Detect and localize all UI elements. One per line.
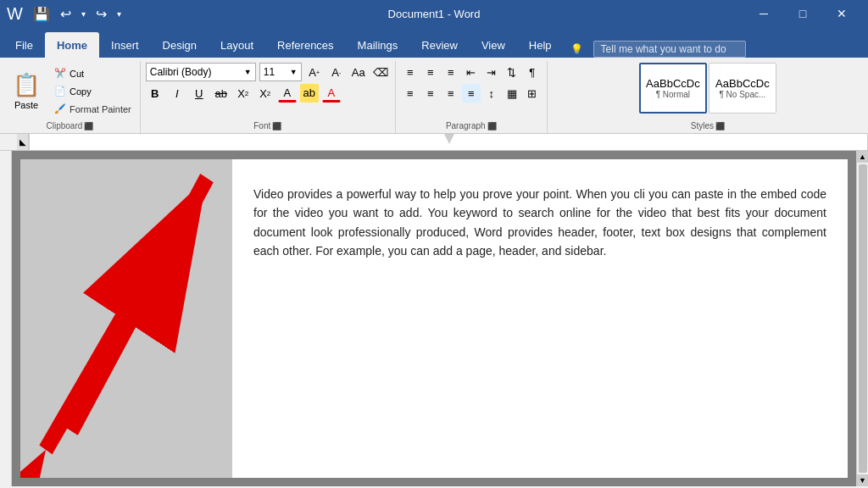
gray-panel <box>20 159 232 478</box>
styles-expander[interactable]: ⬛ <box>715 122 725 130</box>
ruler-indent-left[interactable] <box>444 134 454 144</box>
numbering-button[interactable]: ≡ <box>421 63 440 81</box>
maximize-button[interactable]: □ <box>783 0 822 27</box>
font-row-1: Calibri (Body) ▼ 11 ▼ A+ A- Aa ⌫ <box>146 63 390 81</box>
clear-formatting-button[interactable]: ⌫ <box>371 63 390 81</box>
align-center-button[interactable]: ≡ <box>421 84 440 103</box>
format-painter-button[interactable]: 🖌️ Format Painter <box>51 102 135 116</box>
font-expander[interactable]: ⬛ <box>272 122 281 130</box>
tell-me-label: Tell me what you want to do <box>601 43 726 55</box>
clipboard-actions: ✂️ Cut 📄 Copy 🖌️ Format Painter <box>51 63 135 119</box>
italic-button[interactable]: I <box>168 84 186 103</box>
shading-button[interactable]: ▦ <box>503 84 521 103</box>
tab-mailings[interactable]: Mailings <box>346 32 410 58</box>
save-button[interactable]: 💾 <box>30 4 53 24</box>
style-normal[interactable]: AaBbCcDc ¶ Normal <box>639 63 707 114</box>
copy-icon: 📄 <box>54 86 66 97</box>
scroll-thumb[interactable] <box>859 164 867 473</box>
decrease-indent-button[interactable]: ⇤ <box>462 63 481 81</box>
scroll-up-button[interactable]: ▲ <box>857 151 869 163</box>
line-spacing-button[interactable]: ↕ <box>482 84 501 103</box>
clipboard-group: 📋 Paste ✂️ Cut 📄 Copy 🖌️ Format Painter <box>0 61 141 133</box>
tab-view[interactable]: View <box>470 32 517 58</box>
font-size-value: 11 <box>264 66 275 78</box>
tab-file[interactable]: File <box>3 32 45 58</box>
highlight-button[interactable]: ab <box>300 84 319 103</box>
font-size-selector[interactable]: 11 ▼ <box>259 63 302 81</box>
doc-page-area: Video provides a powerful way to help yo… <box>12 151 856 486</box>
cut-button[interactable]: ✂️ Cut <box>51 66 135 80</box>
sort-button[interactable]: ⇅ <box>503 63 521 81</box>
paste-button[interactable]: 📋 Paste <box>5 63 47 119</box>
close-button[interactable]: ✕ <box>822 0 861 27</box>
tab-home[interactable]: Home <box>45 32 99 58</box>
tab-layout[interactable]: Layout <box>209 32 265 58</box>
paragraph-row-2: ≡ ≡ ≡ ≡ ↕ ▦ ⊞ <box>401 84 542 103</box>
cut-label: Cut <box>70 69 84 79</box>
redo-button[interactable]: ↪ <box>92 4 110 24</box>
style-normal-preview: AaBbCcDc <box>646 77 700 90</box>
subscript-button[interactable]: X2 <box>234 84 253 103</box>
ruler: ◣ <box>0 134 868 151</box>
style-no-spacing-label: ¶ No Spac... <box>719 90 765 99</box>
text-color-button[interactable]: A <box>322 84 341 103</box>
document-area: Video provides a powerful way to help yo… <box>0 151 868 486</box>
svg-line-1 <box>71 178 207 431</box>
tab-references[interactable]: References <box>265 32 345 58</box>
ruler-scale <box>29 134 868 150</box>
justify-button[interactable]: ≡ <box>462 84 481 103</box>
superscript-button[interactable]: X2 <box>256 84 275 103</box>
quick-access-more[interactable]: ▾ <box>114 8 125 20</box>
title-bar: W 💾 ↩ ▾ ↪ ▾ Document1 - Word ─ □ ✕ <box>0 0 868 27</box>
paragraph-expander[interactable]: ⬛ <box>487 122 497 130</box>
bold-button[interactable]: B <box>146 84 164 103</box>
paragraph-group: ≡ ≡ ≡ ⇤ ⇥ ⇅ ¶ ≡ ≡ ≡ ≡ ↕ ▦ ⊞ <box>396 61 548 133</box>
font-color-button[interactable]: A <box>278 84 297 103</box>
align-left-button[interactable]: ≡ <box>401 84 420 103</box>
style-no-spacing-preview: AaBbCcDc <box>715 77 770 90</box>
clipboard-group-label: Clipboard <box>46 121 82 130</box>
multilevel-list-button[interactable]: ≡ <box>442 63 460 81</box>
tab-review[interactable]: Review <box>409 32 470 58</box>
underline-button[interactable]: U <box>190 84 209 103</box>
scroll-down-button[interactable]: ▼ <box>857 474 869 486</box>
bullet-list-button[interactable]: ≡ <box>401 63 420 81</box>
style-normal-label: ¶ Normal <box>656 90 690 99</box>
clipboard-expander[interactable]: ⬛ <box>84 122 93 130</box>
tell-me-input[interactable]: Tell me what you want to do <box>593 41 746 58</box>
tab-design[interactable]: Design <box>151 32 209 58</box>
paragraph-group-label: Paragraph <box>446 121 486 130</box>
font-shrink-button[interactable]: A- <box>327 63 346 81</box>
increase-indent-button[interactable]: ⇥ <box>482 63 501 81</box>
format-painter-icon: 🖌️ <box>54 103 66 114</box>
font-family-dropdown-icon: ▼ <box>244 68 252 76</box>
undo-dropdown[interactable]: ▾ <box>78 8 89 20</box>
strikethrough-button[interactable]: ab <box>212 84 231 103</box>
styles-group-label: Styles <box>691 121 714 130</box>
undo-button[interactable]: ↩ <box>57 4 75 24</box>
font-case-button[interactable]: Aa <box>349 63 368 81</box>
format-painter-label: Format Painter <box>70 104 131 114</box>
word-logo-icon: W <box>7 4 23 24</box>
white-page: Video provides a powerful way to help yo… <box>232 159 848 478</box>
border-button[interactable]: ⊞ <box>523 84 542 103</box>
title-bar-title: Document1 - Word <box>388 8 481 20</box>
document-text[interactable]: Video provides a powerful way to help yo… <box>253 185 826 261</box>
minimize-button[interactable]: ─ <box>744 0 783 27</box>
show-formatting-button[interactable]: ¶ <box>523 63 542 81</box>
font-row-2: B I U ab X2 X2 A ab A <box>146 84 341 103</box>
font-family-selector[interactable]: Calibri (Body) ▼ <box>146 63 256 81</box>
font-grow-button[interactable]: A+ <box>305 63 324 81</box>
tab-insert[interactable]: Insert <box>99 32 151 58</box>
vertical-scrollbar[interactable]: ▲ ▼ <box>856 151 868 486</box>
align-right-button[interactable]: ≡ <box>442 84 460 103</box>
svg-line-3 <box>46 215 181 449</box>
style-no-spacing[interactable]: AaBbCcDc ¶ No Spac... <box>709 63 776 114</box>
font-size-dropdown-icon: ▼ <box>290 68 298 76</box>
paragraph-row-1: ≡ ≡ ≡ ⇤ ⇥ ⇅ ¶ <box>401 63 542 81</box>
font-family-value: Calibri (Body) <box>150 66 212 78</box>
annotation-arrows <box>20 159 232 478</box>
copy-button[interactable]: 📄 Copy <box>51 84 135 98</box>
tab-help[interactable]: Help <box>517 32 564 58</box>
lightbulb-icon: 💡 <box>570 43 583 55</box>
